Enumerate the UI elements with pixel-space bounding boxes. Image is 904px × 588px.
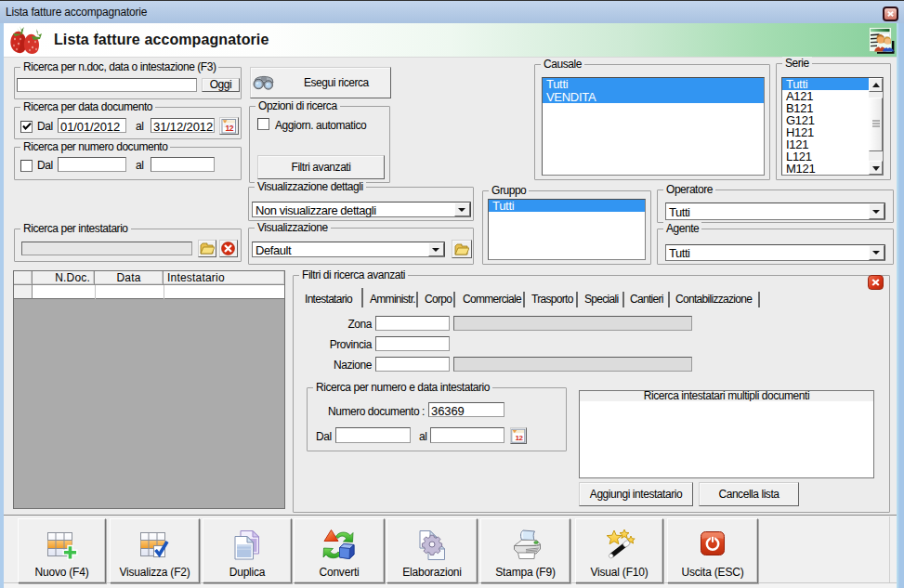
svg-text:12: 12 [515,434,523,442]
svg-text:12: 12 [226,124,234,133]
